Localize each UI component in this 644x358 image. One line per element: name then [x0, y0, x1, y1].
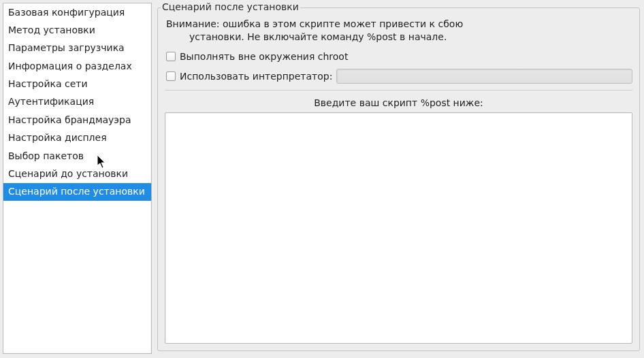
main-panel: Сценарий после установки Внимание: ошибк…	[152, 3, 640, 354]
sidebar: Базовая конфигурация Метод установки Пар…	[3, 3, 152, 354]
script-label: Введите ваш скрипт %post ниже:	[165, 96, 632, 112]
label-run-outside-chroot: Выполнять вне окружения chroot	[180, 51, 348, 62]
post-install-fieldset: Сценарий после установки Внимание: ошибк…	[157, 7, 640, 351]
option-run-outside-chroot[interactable]: Выполнять вне окружения chroot	[165, 48, 632, 65]
sidebar-item-network[interactable]: Настройка сети	[3, 76, 151, 93]
sidebar-item-display[interactable]: Настройка дисплея	[3, 129, 151, 147]
interpreter-input[interactable]	[336, 69, 632, 84]
checkbox-use-interpreter[interactable]	[166, 71, 176, 81]
root: Базовая конфигурация Метод установки Пар…	[0, 0, 644, 358]
checkbox-run-outside-chroot[interactable]	[166, 52, 176, 61]
sidebar-item-bootloader[interactable]: Параметры загрузчика	[3, 39, 151, 57]
sidebar-item-auth[interactable]: Аутентификация	[3, 93, 151, 111]
panel-title: Сценарий после установки	[161, 1, 300, 12]
sidebar-item-packages[interactable]: Выбор пакетов	[3, 147, 151, 165]
sidebar-item-partitions[interactable]: Информация о разделах	[3, 57, 151, 75]
sidebar-item-install-method[interactable]: Метод установки	[3, 21, 151, 39]
warning-text: Внимание: ошибка в этом скрипте может пр…	[165, 18, 632, 48]
warning-line-1: Внимание: ошибка в этом скрипте может пр…	[166, 18, 632, 31]
sidebar-item-preinstall-script[interactable]: Сценарий до установки	[3, 165, 151, 183]
warning-line-2: установки. Не включайте команду %post в …	[166, 31, 632, 44]
post-script-textarea[interactable]	[165, 112, 632, 344]
sidebar-item-firewall[interactable]: Настройка брандмауэра	[3, 111, 151, 129]
sidebar-item-postinstall-script[interactable]: Сценарий после установки	[3, 183, 151, 201]
divider	[165, 90, 632, 91]
label-use-interpreter: Использовать интерпретатор:	[180, 71, 332, 82]
option-use-interpreter[interactable]: Использовать интерпретатор:	[165, 65, 632, 87]
sidebar-item-basic-config[interactable]: Базовая конфигурация	[3, 3, 151, 21]
